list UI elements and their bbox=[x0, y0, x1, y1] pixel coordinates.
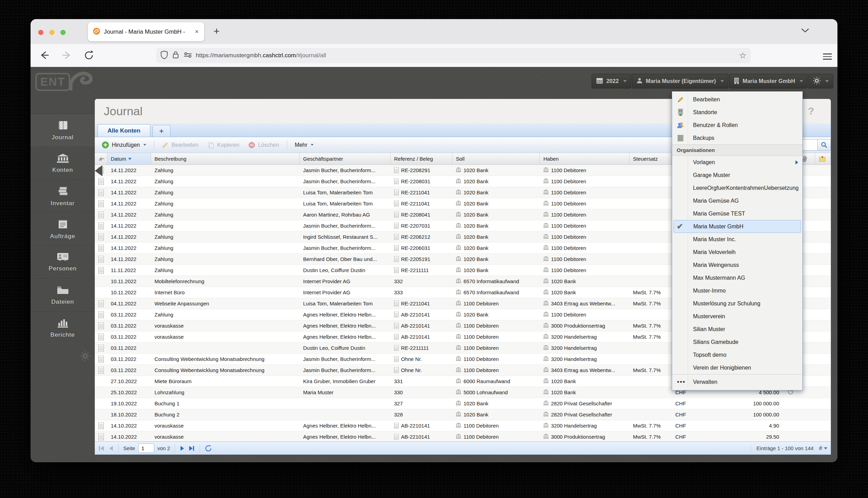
add-tab-button[interactable]: + bbox=[152, 125, 170, 137]
page-input[interactable] bbox=[138, 444, 154, 453]
menu-item-org-maria-gem-se-ag[interactable]: Maria Gemüse AG bbox=[672, 194, 802, 207]
window-minimize-button[interactable] bbox=[49, 30, 55, 35]
receipt-icon bbox=[98, 300, 104, 307]
menu-item-org-maria-gem-se-test[interactable]: Maria Gemüse TEST bbox=[672, 207, 802, 220]
settings-button[interactable] bbox=[808, 74, 833, 88]
window-zoom-button[interactable] bbox=[60, 30, 66, 35]
menu-item-bearbeiten[interactable]: Bearbeiten bbox=[672, 93, 802, 106]
receipt-icon bbox=[98, 245, 104, 252]
reload-icon[interactable] bbox=[83, 50, 94, 62]
add-button[interactable]: Hinzufügen bbox=[98, 139, 150, 151]
last-page-icon[interactable] bbox=[188, 445, 195, 451]
page-of-label: von 2 bbox=[157, 445, 170, 451]
description-cell: Zahlung bbox=[151, 201, 300, 206]
credit-column-header[interactable]: Haben bbox=[540, 153, 629, 164]
forward-icon[interactable] bbox=[61, 50, 72, 62]
sidebar-item-dateien[interactable]: Dateien bbox=[31, 279, 95, 312]
first-page-icon[interactable] bbox=[98, 445, 105, 451]
menu-item-org-maria-muster-gmbh[interactable]: ✔Maria Muster GmbH bbox=[674, 220, 801, 233]
bookmark-star-icon[interactable]: ☆ bbox=[739, 51, 746, 60]
menu-item-backups[interactable]: Backups bbox=[672, 132, 802, 144]
sidebar-item-inventar[interactable]: Inventar bbox=[31, 180, 95, 213]
refresh-icon[interactable] bbox=[205, 445, 212, 452]
help-icon[interactable]: ? bbox=[808, 105, 822, 117]
app-logo: ENT bbox=[35, 70, 95, 94]
more-button[interactable]: Mehr bbox=[291, 140, 317, 150]
reference-cell: RE-2211041 bbox=[391, 189, 452, 195]
permissions-icon[interactable] bbox=[183, 52, 192, 59]
description-column-header[interactable]: Beschreibung bbox=[151, 153, 300, 164]
reference-cell: RE-2207031 bbox=[391, 223, 452, 229]
menu-item-org-maria-muster-inc-[interactable]: Maria Muster Inc. bbox=[672, 233, 802, 246]
swan-icon bbox=[98, 156, 105, 161]
copy-button[interactable]: Kopieren bbox=[204, 140, 243, 151]
tab-list-chevron-icon[interactable] bbox=[801, 27, 810, 34]
document-icon bbox=[394, 212, 399, 218]
prev-page-icon[interactable] bbox=[108, 445, 114, 451]
lock-icon[interactable] bbox=[172, 50, 179, 61]
debit-column-header[interactable]: Soll bbox=[452, 153, 540, 164]
menu-item-org-maria-veloverleih[interactable]: Maria Veloverleih bbox=[672, 246, 802, 259]
table-row[interactable]: 14.10.2022vorauskasseAgnes Helbner, Elek… bbox=[95, 431, 831, 441]
menu-item-org-musterverein[interactable]: Musterverein bbox=[672, 310, 802, 323]
sidebar-item-journal[interactable]: Journal bbox=[31, 114, 95, 147]
bank-icon bbox=[543, 223, 549, 229]
tab-close-icon[interactable]: × bbox=[194, 28, 199, 35]
bank-icon bbox=[543, 400, 549, 406]
url-bar[interactable]: https://mariamustergmbh.cashctrl.com/#jo… bbox=[156, 48, 751, 63]
menu-item-org-silians-gamebude[interactable]: Silians Gamebude bbox=[672, 336, 802, 348]
sidebar-item-konten[interactable]: Konten bbox=[31, 147, 95, 180]
sidebar-item-personen[interactable]: Personen bbox=[31, 246, 95, 279]
credit-cell: 2820 Privat Gesellschafter bbox=[540, 400, 629, 406]
next-page-icon[interactable] bbox=[180, 445, 185, 451]
table-row[interactable]: 18.10.2022Buchung 23281020 Bank2820 Priv… bbox=[95, 409, 831, 420]
sidebar-item-aufträge[interactable]: Aufträge bbox=[31, 213, 95, 246]
menu-item-org-musterl-sung-zur-schulung[interactable]: Musterlösung zur Schulung bbox=[672, 297, 802, 310]
search-button[interactable] bbox=[818, 139, 831, 151]
debit-cell: 1020 Bank bbox=[452, 223, 540, 229]
window-close-button[interactable] bbox=[38, 30, 43, 35]
tab-alle-konten[interactable]: Alle Konten bbox=[98, 124, 150, 137]
menu-item-org-topsoft-demo[interactable]: Topsoft demo bbox=[672, 348, 802, 361]
table-row[interactable]: 14.10.2022vorauskasseAgnes Helbner, Elek… bbox=[95, 420, 831, 431]
sidebar-item-berichte[interactable]: Berichte bbox=[31, 312, 95, 345]
tax-column-header[interactable]: Steuersatz bbox=[629, 153, 672, 164]
shield-icon[interactable] bbox=[160, 50, 168, 61]
back-icon[interactable] bbox=[39, 50, 50, 62]
description-cell: Zahlung bbox=[151, 256, 300, 262]
menu-item-org-max-mustermann-ag[interactable]: Max Mustermann AG bbox=[672, 271, 802, 284]
entries-per-page-button[interactable]: # bbox=[819, 445, 827, 451]
menu-item-org-muster-immo[interactable]: Muster-Immo bbox=[672, 284, 802, 297]
menu-item-org-verein-der-honigbienen[interactable]: Verein der Honigbienen bbox=[672, 361, 802, 374]
user-button[interactable]: Maria Muster (Eigentümer) bbox=[632, 74, 728, 88]
journal-type-column-header[interactable] bbox=[95, 153, 107, 164]
date-cell: 14.11.2022 bbox=[107, 201, 151, 206]
new-tab-button[interactable]: + bbox=[214, 25, 220, 37]
partner-cell: Aaron Martinez, Rohrbau AG bbox=[300, 212, 391, 218]
browser-tab[interactable]: Journal - Maria Muster GmbH - × bbox=[88, 22, 204, 41]
date-column-header[interactable]: Datum bbox=[107, 153, 151, 164]
reference-column-header[interactable]: Referenz / Beleg bbox=[391, 153, 452, 164]
debit-cell: 1020 Bank bbox=[452, 189, 540, 195]
menu-item-verwalten[interactable]: •••Verwalten bbox=[672, 374, 802, 389]
menu-item-standorte[interactable]: Standorte bbox=[672, 106, 802, 119]
menu-hamburger-icon[interactable] bbox=[823, 52, 832, 61]
sticky-note-icon bbox=[819, 155, 826, 162]
date-cell: 03.11.2022 bbox=[107, 334, 151, 340]
organization-button[interactable]: Maria Muster GmbH bbox=[729, 74, 808, 88]
fiscal-year-button[interactable]: 2022 bbox=[592, 74, 631, 88]
menu-item-org-maria-weingenuss[interactable]: Maria Weingenuss bbox=[672, 259, 802, 271]
menu-item-org-vorlagen[interactable]: Vorlagen bbox=[672, 156, 802, 169]
table-row[interactable]: 19.10.2022Buchung 13271020 Bank2820 Priv… bbox=[95, 398, 831, 409]
partner-column-header[interactable]: Geschäftspartner bbox=[300, 153, 391, 164]
receipt-icon bbox=[98, 234, 104, 240]
delete-button[interactable]: Löschen bbox=[245, 140, 283, 151]
menu-item-org-silian-muster[interactable]: Silian Muster bbox=[672, 323, 802, 336]
edit-button[interactable]: Bearbeiten bbox=[158, 140, 202, 151]
sidebar-settings-gear-icon[interactable] bbox=[80, 351, 90, 363]
bank-icon bbox=[456, 412, 461, 417]
note-column-header[interactable] bbox=[815, 153, 831, 164]
menu-item-org-garage-muster[interactable]: Garage Muster bbox=[672, 169, 802, 182]
menu-item-benutzer-rollen[interactable]: Benutzer & Rollen bbox=[672, 119, 802, 132]
menu-item-org-leereorgfuerkontentrahmenuebersetzung[interactable]: LeereOrgfuerKontentrahmenUebersetzung bbox=[672, 182, 802, 194]
